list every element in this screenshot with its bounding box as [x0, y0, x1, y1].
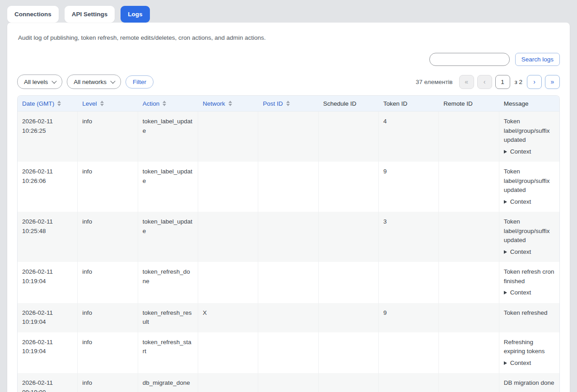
cell-action: token_refresh_start [138, 332, 198, 373]
cell-action: token_label_update [138, 212, 198, 262]
cell-schedule-id [319, 162, 379, 212]
column-header-message: Message [499, 96, 559, 111]
network-filter-select[interactable]: All networks [67, 75, 121, 89]
context-toggle[interactable]: Context [504, 390, 555, 392]
cell-date: 2026-02-11 10:26:06 [18, 162, 78, 212]
cell-message: Token refreshed [499, 303, 559, 332]
cell-token-id: 3 [379, 212, 439, 262]
cell-date: 2026-02-11 10:19:04 [18, 262, 78, 303]
items-count: 37 елементів [416, 79, 453, 85]
context-toggle[interactable]: Context [504, 247, 555, 257]
cell-schedule-id [319, 332, 379, 373]
context-summary[interactable]: Context [504, 288, 555, 298]
cell-date: 2026-02-11 10:26:25 [18, 112, 78, 162]
column-header-label: Post ID [263, 100, 283, 107]
column-header-label: Level [82, 100, 97, 107]
message-text: Refreshing expiring tokens [504, 338, 555, 356]
cell-post-id [258, 162, 318, 212]
toolbar: All levels All networks Filter 37 елемен… [17, 75, 560, 89]
cell-remote-id [439, 332, 499, 373]
column-header-post-id[interactable]: Post ID [258, 96, 318, 111]
column-header-network[interactable]: Network [198, 96, 258, 111]
message-text: DB migration done [504, 378, 555, 388]
filter-button[interactable]: Filter [126, 75, 154, 89]
context-summary[interactable]: Context [504, 147, 555, 157]
cell-remote-id [439, 112, 499, 162]
cell-network [198, 162, 258, 212]
cell-level: info [78, 112, 138, 162]
context-summary[interactable]: Context [504, 390, 555, 392]
context-toggle[interactable]: Context [504, 359, 555, 368]
table-row: 2026-02-11 10:19:04 info token_refresh_r… [18, 303, 559, 332]
cell-date: 2026-02-11 09:19:00 [18, 373, 78, 392]
column-header-label: Schedule ID [323, 100, 357, 107]
tab-api-settings[interactable]: API Settings [65, 6, 115, 23]
table-row: 2026-02-11 09:19:00 info db_migrate_done… [18, 373, 559, 392]
context-label: Context [510, 390, 531, 392]
cell-token-id: 4 [379, 112, 439, 162]
triangle-right-icon [504, 361, 507, 365]
sort-arrows-icon [163, 101, 166, 106]
context-toggle[interactable]: Context [504, 197, 555, 207]
cell-remote-id [439, 373, 499, 392]
cell-action: token_label_update [138, 112, 198, 162]
tab-connections[interactable]: Connections [7, 6, 59, 23]
tab-bar: Connections API Settings Logs [0, 0, 577, 23]
next-page-button[interactable]: › [527, 75, 542, 89]
cell-post-id [258, 332, 318, 373]
triangle-right-icon [504, 200, 507, 204]
column-header-label: Date (GMT) [22, 100, 54, 107]
column-header-date[interactable]: Date (GMT) [18, 96, 78, 111]
message-text: Token refresh cron finished [504, 267, 555, 286]
first-page-button[interactable]: « [459, 75, 474, 89]
cell-token-id: 9 [379, 162, 439, 212]
cell-post-id [258, 212, 318, 262]
pagination: 37 елементів « ‹ з 2 › » [416, 75, 560, 89]
cell-remote-id [439, 212, 499, 262]
context-summary[interactable]: Context [504, 359, 555, 368]
last-page-button[interactable]: » [545, 75, 560, 89]
logs-panel: Audit log of publishing, token refresh, … [7, 23, 570, 392]
cell-token-id [379, 373, 439, 392]
cell-token-id: 9 [379, 303, 439, 332]
search-logs-button[interactable]: Search logs [515, 53, 560, 66]
cell-schedule-id [319, 262, 379, 303]
cell-date: 2026-02-11 10:25:48 [18, 212, 78, 262]
prev-page-button[interactable]: ‹ [477, 75, 492, 89]
cell-level: info [78, 332, 138, 373]
tab-logs[interactable]: Logs [121, 6, 149, 23]
sort-arrows-icon [57, 101, 61, 106]
level-filter-select[interactable]: All levels [17, 75, 62, 89]
column-header-action[interactable]: Action [138, 96, 198, 111]
triangle-right-icon [504, 250, 507, 254]
column-header-remote-id: Remote ID [439, 96, 499, 111]
cell-remote-id [439, 262, 499, 303]
context-summary[interactable]: Context [504, 247, 555, 257]
cell-schedule-id [319, 112, 379, 162]
context-toggle[interactable]: Context [504, 147, 555, 157]
message-text: Token label/group/suffix updated [504, 217, 555, 245]
cell-network: X [198, 303, 258, 332]
context-toggle[interactable]: Context [504, 288, 555, 298]
cell-action: db_migrate_done [138, 373, 198, 392]
current-page-input[interactable] [495, 75, 510, 89]
context-label: Context [510, 359, 531, 368]
cell-network [198, 112, 258, 162]
cell-level: info [78, 303, 138, 332]
message-text: Token label/group/suffix updated [504, 167, 555, 195]
column-header-label: Network [203, 100, 225, 107]
triangle-right-icon [504, 291, 507, 294]
filters: All levels All networks Filter [17, 75, 154, 89]
cell-message: Token refresh cron finished Context [499, 262, 559, 303]
cell-level: info [78, 212, 138, 262]
context-summary[interactable]: Context [504, 197, 555, 207]
cell-post-id [258, 262, 318, 303]
context-label: Context [510, 247, 531, 257]
cell-message: Token label/group/suffix updated Context [499, 112, 559, 162]
column-header-level[interactable]: Level [78, 96, 138, 111]
column-header-schedule-id: Schedule ID [319, 96, 379, 111]
search-input[interactable] [429, 53, 510, 66]
context-label: Context [510, 197, 531, 207]
cell-message: Token label/group/suffix updated Context [499, 212, 559, 262]
message-text: Token refreshed [504, 308, 555, 318]
